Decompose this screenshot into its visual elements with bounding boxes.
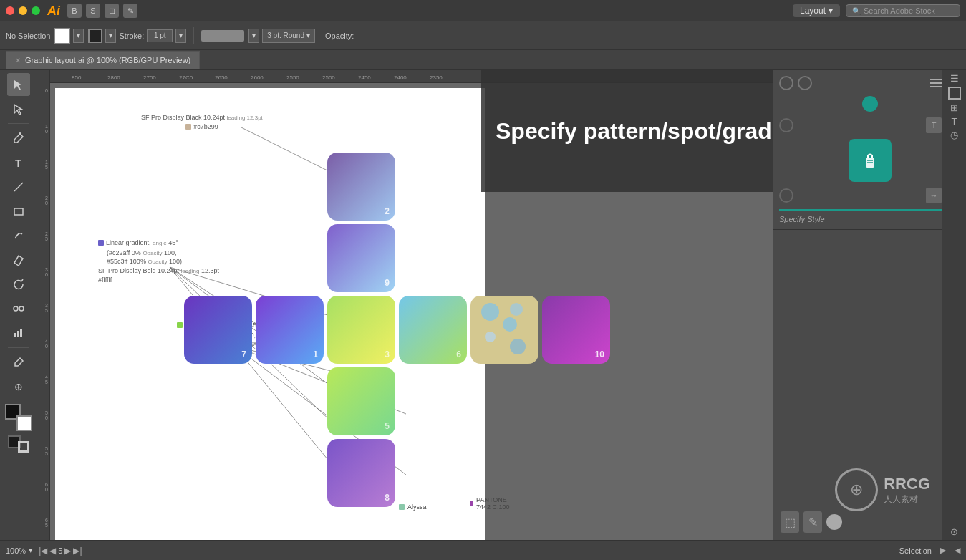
box-label-1: 1 (313, 349, 318, 359)
stroke-value-dropdown[interactable]: ▾ (175, 29, 186, 43)
background-color[interactable] (16, 415, 32, 431)
stroke-indicator[interactable] (18, 441, 29, 453)
teal-panel-box[interactable] (849, 139, 892, 182)
artboard-number: 5 (58, 546, 62, 555)
eyedropper-tool[interactable] (7, 351, 30, 374)
first-artboard-btn[interactable]: |◀ (39, 546, 47, 556)
rect-tool[interactable] (7, 200, 30, 223)
search-box[interactable]: 🔍 Search Adobe Stock (846, 4, 960, 17)
fill-section: ▾ (54, 28, 84, 44)
blend-tool[interactable] (7, 297, 30, 320)
left-toolbar: T ⊕ (0, 70, 37, 540)
gradient-box-9[interactable]: 9 (327, 224, 395, 292)
stroke-value-input[interactable] (147, 29, 173, 42)
stock-icon[interactable]: S (86, 4, 100, 18)
gradient-box-8[interactable]: 8 (327, 439, 395, 507)
box-label-5: 5 (385, 421, 390, 431)
panel-bottom-icons: ⬚ ✎ (781, 511, 842, 533)
grid-icon[interactable]: ⊞ (105, 4, 119, 18)
rotate-tool[interactable] (7, 273, 30, 296)
rsp-icon-1[interactable]: ☰ (950, 73, 959, 84)
watermark-sub: 人人素材 (884, 493, 930, 506)
canvas-container: 850 2800 2750 27C0 2650 2600 2550 2500 2… (37, 70, 966, 540)
annotation-font1: SF Pro Display Black 10.24pt leading 12.… (141, 113, 263, 132)
pencil-tool[interactable] (7, 224, 30, 247)
artboard-nav: |◀ ◀ 5 ▶ ▶| (39, 546, 82, 556)
svg-point-0 (19, 132, 21, 135)
box-label-8: 8 (385, 493, 390, 503)
progress-line (779, 209, 960, 211)
gradient-box-1[interactable]: 1 (256, 296, 324, 364)
close-button[interactable] (6, 6, 14, 15)
rsp-icon-2[interactable] (948, 87, 961, 100)
menu-bar: Ai B S ⊞ ✎ Layout ▾ 🔍 Search Adobe Stock (0, 0, 966, 21)
gradient-box-10[interactable]: 10 (542, 296, 610, 364)
color-bar (201, 30, 244, 42)
mini-right-toolbar: ☰ ⊞ T ◷ ⊙ (942, 70, 966, 540)
selection-tool[interactable] (7, 73, 30, 96)
brush-dropdown[interactable]: ▾ (248, 29, 259, 43)
gradient-box-3[interactable]: 3 (327, 296, 395, 364)
layout-dropdown[interactable]: Layout ▾ (793, 4, 840, 17)
zoom-control[interactable]: 100% ▾ (6, 546, 33, 555)
minimize-button[interactable] (19, 6, 27, 15)
document-tab[interactable]: ✕ Graphic layout.ai @ 100% (RGB/GPU Prev… (6, 51, 200, 69)
gradient-box-pattern[interactable] (470, 296, 538, 364)
line-tool[interactable] (7, 175, 30, 198)
color-pair (5, 404, 32, 431)
fill-color-swatch[interactable] (54, 28, 70, 44)
pen-icon[interactable]: ✎ (123, 4, 137, 18)
direct-selection-tool[interactable] (7, 97, 30, 120)
rsp-icon-6[interactable]: ⊙ (950, 526, 958, 537)
box-label-7: 7 (241, 349, 246, 359)
artboard-extra: ◀ (955, 546, 960, 555)
gradient-box-5[interactable]: 5 (327, 367, 395, 435)
round-brush-btn[interactable]: 3 pt. Round ▾ (262, 29, 315, 43)
brush-dropdown-arrow: ▾ (306, 32, 310, 39)
eraser-tool[interactable] (7, 248, 30, 271)
stroke-color-swatch[interactable] (88, 29, 102, 43)
prev-artboard-btn[interactable]: ◀ (49, 546, 56, 556)
app-icon: Ai (47, 4, 60, 19)
zoom-dropdown-arrow[interactable]: ▾ (29, 546, 33, 555)
radio-1[interactable] (779, 76, 793, 90)
box-label-2: 2 (385, 206, 390, 216)
tab-close-button[interactable]: ✕ (15, 57, 21, 64)
pen-tool[interactable] (7, 127, 30, 150)
rsp-icon-4[interactable]: T (952, 116, 957, 127)
bridge-icon[interactable]: B (67, 4, 82, 18)
next-artboard-btn[interactable]: ▶ (64, 546, 71, 556)
panel-icon-1[interactable]: T (926, 117, 942, 133)
gradient-box-2[interactable]: 2 (327, 153, 395, 221)
radio-3[interactable] (779, 118, 793, 132)
svg-rect-7 (20, 329, 22, 337)
stroke-dropdown[interactable]: ▾ (105, 29, 116, 43)
zoom-tool[interactable]: ⊕ (7, 375, 30, 398)
radio-4[interactable] (779, 188, 793, 203)
panel-icon-3[interactable]: ↔ (926, 188, 942, 203)
rsp-icon-5[interactable]: ◷ (950, 130, 958, 140)
watermark-text: RRCG (884, 475, 930, 493)
tab-bar: ✕ Graphic layout.ai @ 100% (RGB/GPU Prev… (0, 50, 966, 70)
opacity-label: Opacity: (325, 32, 354, 40)
active-dot[interactable] (862, 96, 878, 112)
annotation-gradient1: Linear gradient, angle 45° (#c22aff 0% O… (98, 238, 219, 284)
gradient-box-6[interactable]: 6 (399, 296, 467, 364)
bottom-icon-1[interactable]: ⬚ (781, 511, 799, 533)
gradient-box-7[interactable]: 7 (184, 296, 252, 364)
bottom-icon-2[interactable]: ✎ (803, 511, 822, 533)
radio-2[interactable] (798, 76, 812, 90)
panel-top-row: T ⊞ (773, 70, 966, 230)
status-bar: 100% ▾ |◀ ◀ 5 ▶ ▶| Selection ▶ ◀ (0, 540, 966, 560)
last-artboard-btn[interactable]: ▶| (73, 546, 82, 556)
type-tool[interactable]: T (7, 151, 30, 174)
graph-tool[interactable] (7, 322, 30, 344)
fill-dropdown[interactable]: ▾ (73, 29, 84, 43)
rsp-icon-3[interactable]: ⊞ (950, 102, 958, 113)
bottom-circle[interactable] (826, 514, 842, 530)
brush-section: ▾ 3 pt. Round ▾ (248, 29, 315, 43)
no-selection-label: No Selection (6, 32, 50, 40)
traffic-lights (6, 6, 40, 15)
box-label-9: 9 (385, 278, 390, 288)
maximize-button[interactable] (32, 6, 40, 15)
